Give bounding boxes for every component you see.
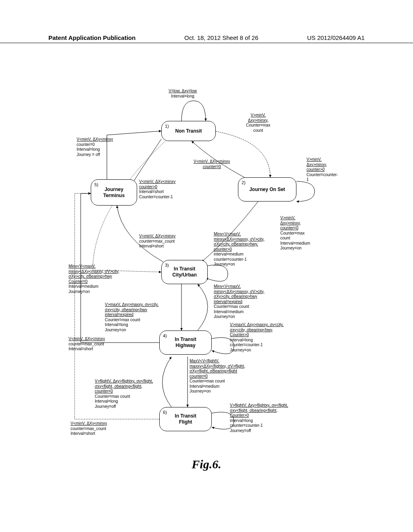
cond-34: V>maxV, Δxy>maxxy, σv<city,σxy<city, σbe…	[105, 302, 159, 332]
cond-43: Minv<V<maxV,minxy<ΔXy<maxxy, σV>city,σXy…	[214, 284, 265, 320]
state-title2: City/Urban	[172, 272, 197, 278]
state-title2: Terminus	[103, 193, 125, 199]
header-right: US 2012/0264409 A1	[307, 34, 365, 41]
cond-51: V<minV, ΔXy<minxycounter>0Interval=short…	[139, 179, 175, 200]
state-in-transit-flight: 6) In Transit Flight	[159, 407, 212, 431]
figure-area: 1) Non Transit 2) Journey On Set 3) In T…	[69, 89, 359, 468]
state-title2: Highway	[175, 343, 195, 349]
cond-35: V<minV, ΔXy<minxycounter=max_countInterv…	[139, 234, 175, 249]
cond-23: V>minV,Δxy>minxy,counter=0Counter=maxcou…	[280, 216, 310, 251]
cond-12-mid: V<minV, ΔXy<minxycounter=0	[194, 159, 230, 169]
cond-65-left: V<minV, ΔXy<minxycounter=max_countInterv…	[71, 421, 107, 436]
state-non-transit: 1) Non Transit	[161, 121, 216, 141]
state-in-transit-highway: 4) In Transit Highway	[159, 330, 212, 355]
state-title: In Transit	[175, 413, 196, 419]
state-in-transit-city: 3) In Transit City/Urban	[161, 260, 208, 284]
state-title2: Flight	[179, 419, 192, 425]
cond-46: MaxV<V<flightV,maxxy<ΔXy<flightxy, σV>fl…	[190, 359, 245, 394]
state-title: In Transit	[174, 266, 195, 272]
page: Patent Application Publication Oct. 18, …	[0, 0, 413, 532]
cond-6-self: V>flightV, Δxy>flightxy, σv<flight,σxy<f…	[230, 403, 288, 433]
cond-top: V=low, Δxy=lowInterval=long	[169, 89, 197, 99]
header-mid: Oct. 18, 2012 Sheet 8 of 26	[184, 34, 258, 41]
cond-64: V>flightV, Δxy>flightxy, σv<flight,σxy<f…	[95, 379, 153, 409]
figure-caption: Fig.6.	[192, 457, 221, 471]
cond-3-self: Minv<V<maxV,minxy<ΔXy<maxxy, σV>city,σXy…	[214, 232, 265, 267]
state-journey-terminus: 5) Journey Terminus	[91, 179, 137, 206]
header-left: Patent Application Publication	[48, 34, 136, 41]
state-num: 1)	[165, 124, 169, 129]
state-title: Non Transit	[175, 128, 202, 134]
cond-4-self: V>maxV, Δxy>maxxy, σv<city,σxy<city, σbe…	[230, 322, 284, 353]
state-title: In Transit	[175, 337, 196, 343]
cond-top-left: V<minV, ΔXy<minxycounter=0Interval=longJ…	[77, 137, 113, 157]
state-num: 4)	[163, 333, 167, 339]
cond-45-left: V<minV, ΔXy<minxycounter=max_countInterv…	[69, 337, 105, 352]
state-num: 2)	[242, 180, 246, 186]
state-title: Journey	[104, 187, 123, 193]
cond-13: Minv<V<maxV,minxy<ΔXy<maxxy, σV>city,σXy…	[69, 264, 119, 294]
page-header: Patent Application Publication Oct. 18, …	[0, 34, 413, 43]
cond-top-right: V>minV,Δxy>minxy,Counter=maxcount	[246, 113, 270, 133]
cond-2-right: V>minV,Δxy>minxy,counter>0Counter=counte…	[307, 157, 338, 183]
state-num: 6)	[163, 410, 167, 416]
state-journey-on-set: 2) Journey On Set	[238, 177, 296, 202]
state-num: 5)	[94, 182, 98, 188]
state-title: Journey On Set	[249, 187, 285, 193]
state-num: 3)	[165, 263, 169, 268]
